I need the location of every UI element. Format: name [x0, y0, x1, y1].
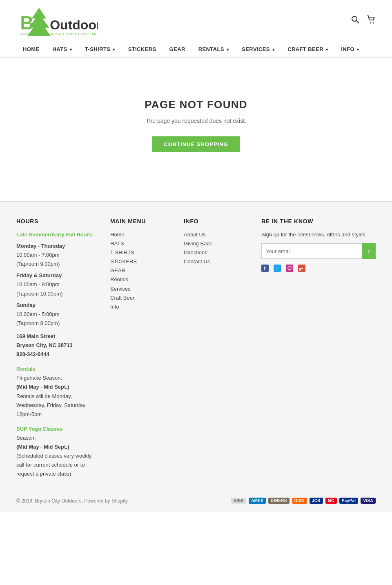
page-message: The page you requested does not exist. — [8, 118, 384, 124]
rentals-hours: 12pm-5pm — [16, 410, 98, 419]
chevron-down-icon: ▾ — [272, 47, 274, 52]
footer-bottom: © 2018, Bryson City Outdoors, Powered by… — [16, 491, 376, 504]
search-button[interactable] — [351, 16, 359, 26]
svg-point-6 — [370, 22, 371, 23]
payment-icon-amex: AMEX — [249, 498, 266, 504]
newsletter-email-input[interactable] — [261, 243, 362, 259]
footer-menu-tshirts[interactable]: T-SHIRTS — [110, 248, 172, 257]
newsletter-heading: BE IN THE KNOW — [261, 218, 376, 225]
footer-info-directions[interactable]: Directions — [184, 248, 249, 257]
main-nav: HOME HATS ▾ T-SHIRTS ▾ STICKERS GEAR REN… — [0, 41, 392, 58]
svg-text:GEAR | BEER | RENTALS | TOURS : GEAR | BEER | RENTALS | TOURS | SHUTTLE — [20, 32, 96, 36]
nav-item-rentals[interactable]: RENTALS ▾ — [192, 41, 236, 57]
newsletter-description: Sign up for the latest news, offers and … — [261, 230, 376, 239]
nav-item-craft-beer[interactable]: CRAFT BEER ▾ — [281, 41, 334, 57]
address-phone: 828-342-6444 — [16, 350, 98, 359]
footer-menu-stickers[interactable]: STICKERS — [110, 257, 172, 266]
footer-grid: HOURS Late Summer/Early Fall Hours: Mond… — [16, 218, 376, 478]
payment-icon-diners: DINERS — [268, 498, 290, 504]
footer-newsletter: BE IN THE KNOW Sign up for the latest ne… — [261, 218, 376, 478]
nav-item-hats[interactable]: HATS ▾ — [46, 41, 78, 57]
nav-item-gear[interactable]: GEAR — [163, 41, 192, 57]
cart-button[interactable] — [367, 16, 376, 26]
twitter-icon[interactable]: 🐦 — [274, 265, 281, 275]
payment-icon-jcb: JCB — [310, 498, 323, 504]
hours-fri-sat-time: 10:00am - 8:00pm — [16, 280, 98, 289]
sup-season-dates: (Mid May - Mid Sept.) — [16, 443, 98, 452]
continue-shopping-button[interactable]: CONTINUE SHOPPING — [152, 136, 240, 152]
google-plus-icon[interactable]: g+ — [298, 265, 305, 275]
hours-fri-sat-taproom: (Taproom 10:00pm) — [16, 289, 98, 298]
nav-item-stickers[interactable]: STICKERS — [122, 41, 163, 57]
footer-menu-info[interactable]: Info — [110, 303, 172, 311]
payment-icon-visa: VISA — [231, 498, 246, 504]
payment-icon-visa2: VISA — [361, 498, 376, 504]
address-city: Bryson City, NC 28713 — [16, 341, 98, 350]
footer-main-menu: MAIN MENU Home HATS T-SHIRTS STICKERS GE… — [110, 218, 172, 478]
footer-menu-rentals[interactable]: Rentals — [110, 275, 172, 284]
sup-season: Season: — [16, 434, 98, 443]
hours-sun-label: Sunday — [16, 301, 98, 310]
chevron-down-icon: ▾ — [357, 47, 359, 52]
nav-item-info[interactable]: INFO ▾ — [334, 41, 365, 57]
rentals-season-dates: (Mid May - Mid Sept.) — [16, 383, 98, 391]
hours-fri-sat-label: Friday & Saturday — [16, 271, 98, 280]
chevron-down-icon: ▾ — [326, 47, 328, 52]
payment-icon-discover: DISC — [292, 498, 307, 504]
hours-sun-taproom: (Taproom 8:00pm) — [16, 319, 98, 328]
payment-icons: VISA AMEX DINERS DISC JCB MC PayPal VISA — [231, 498, 376, 504]
svg-text:B: B — [20, 12, 33, 33]
footer-menu-hats[interactable]: HATS — [110, 239, 172, 248]
footer-info-about[interactable]: About Us — [184, 230, 249, 239]
footer-menu-craft-beer[interactable]: Craft Beer — [110, 294, 172, 303]
rentals-schedule: Rentals will be Monday, Wednesday, Frida… — [16, 392, 98, 410]
svg-point-7 — [373, 22, 374, 23]
hours-season-label[interactable]: Late Summer/Early Fall Hours: — [16, 230, 98, 239]
nav-item-tshirts[interactable]: T-SHIRTS ▾ — [78, 41, 122, 57]
logo-area[interactable]: B Outdoors GEAR | BEER | RENTALS | TOURS… — [16, 4, 98, 37]
nav-list: HOME HATS ▾ T-SHIRTS ▾ STICKERS GEAR REN… — [16, 41, 376, 57]
page-title: PAGE NOT FOUND — [8, 98, 384, 111]
nav-item-home[interactable]: HOME — [16, 41, 46, 57]
instagram-icon[interactable] — [286, 265, 293, 275]
footer-info-contact[interactable]: Contact Us — [184, 257, 249, 266]
svg-point-14 — [291, 266, 292, 267]
chevron-down-icon: ▾ — [70, 47, 72, 52]
hours-weekday-label: Monday - Thursday — [16, 242, 98, 251]
hours-weekday-time: 10:00am - 7:00pm — [16, 251, 98, 260]
rentals-heading[interactable]: Rentals — [16, 365, 98, 374]
hours-weekday-taproom: (Taproom 9:00pm) — [16, 260, 98, 269]
footer-info-giving-back[interactable]: Giving Back — [184, 239, 249, 248]
facebook-icon[interactable]: f — [261, 265, 269, 275]
rentals-season: Fingerlake Season: — [16, 374, 98, 383]
main-menu-heading: MAIN MENU — [110, 218, 172, 225]
chevron-down-icon: ▾ — [227, 47, 229, 52]
site-header: B Outdoors GEAR | BEER | RENTALS | TOURS… — [0, 0, 392, 41]
svg-text:🐦: 🐦 — [275, 266, 281, 271]
logo-svg: B Outdoors GEAR | BEER | RENTALS | TOURS… — [16, 4, 98, 37]
footer-menu-services[interactable]: Services — [110, 285, 172, 294]
footer-info: INFO About Us Giving Back Directions Con… — [184, 218, 249, 478]
payment-icon-paypal: PayPal — [339, 498, 359, 504]
svg-point-4 — [352, 16, 357, 21]
footer-menu-home[interactable]: Home — [110, 230, 172, 239]
footer-hours: HOURS Late Summer/Early Fall Hours: Mond… — [16, 218, 98, 478]
sup-heading[interactable]: SUP Yoga Classes — [16, 425, 98, 434]
footer-menu-gear[interactable]: GEAR — [110, 266, 172, 275]
newsletter-form: › — [261, 243, 376, 259]
main-content: PAGE NOT FOUND The page you requested do… — [0, 58, 392, 201]
payment-icon-mastercard: MC — [325, 498, 337, 504]
footer-copyright: © 2018, Bryson City Outdoors, Powered by… — [16, 498, 128, 504]
svg-rect-12 — [286, 265, 293, 272]
address-street: 169 Main Street — [16, 332, 98, 341]
sup-desc: (Scheduled classes vary weekly, call for… — [16, 452, 98, 478]
newsletter-submit-button[interactable]: › — [362, 243, 376, 259]
hours-sun-time: 10:00am - 5:00pm — [16, 310, 98, 319]
site-footer: HOURS Late Summer/Early Fall Hours: Mond… — [0, 201, 392, 512]
svg-text:g+: g+ — [299, 267, 303, 271]
svg-text:Outdoors: Outdoors — [50, 18, 98, 32]
nav-item-services[interactable]: SERVICES ▾ — [235, 41, 281, 57]
header-icons — [351, 16, 376, 26]
search-icon — [351, 16, 359, 24]
social-icons: f 🐦 — [261, 265, 376, 275]
